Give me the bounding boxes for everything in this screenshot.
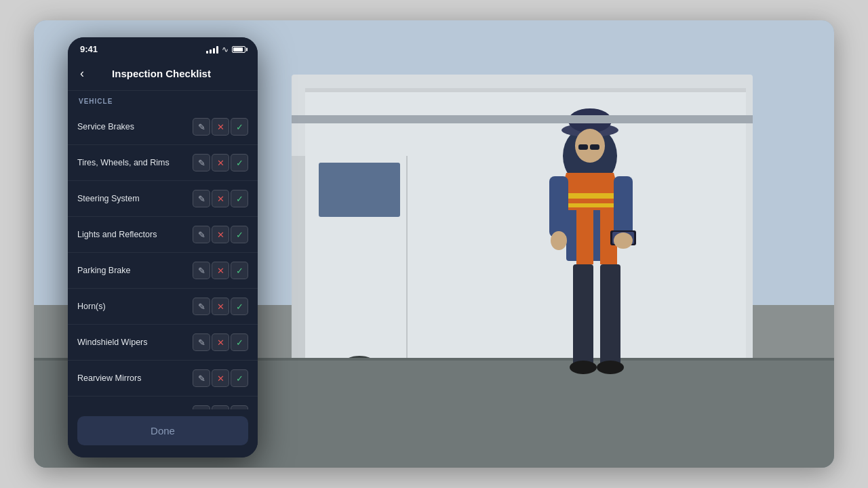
status-time: 9:41 [80,44,98,54]
item-actions: ✎✕✓ [193,118,248,136]
item-label: Steering System [77,194,193,203]
back-button[interactable]: ‹ [77,64,87,83]
approve-button[interactable]: ✓ [231,333,248,351]
done-button[interactable]: Done [77,416,248,445]
svg-rect-5 [305,88,746,92]
signal-icon [206,45,218,54]
item-label: Parking Brake [77,266,193,275]
checklist-item: Lights and Reflectors✎✕✓ [68,217,258,253]
checklist-item: Windshield Wipers✎✕✓ [68,325,258,361]
approve-button[interactable]: ✓ [231,226,248,243]
reject-button[interactable]: ✕ [212,333,229,351]
checklist-item: Rearview Mirrors✎✕✓ [68,361,258,396]
page-title: Inspection Checklist [92,68,231,79]
edit-button[interactable]: ✎ [193,154,210,171]
svg-point-31 [614,232,633,249]
item-actions: ✎✕✓ [193,298,248,315]
approve-button[interactable]: ✓ [231,190,248,207]
reject-button[interactable]: ✕ [212,226,229,243]
svg-rect-22 [576,210,593,264]
approve-button[interactable]: ✓ [231,118,248,136]
checklist-item: Service Brakes✎✕✓ [68,109,258,145]
item-actions: ✎✕✓ [193,190,248,207]
item-label: Horn(s) [77,302,193,311]
svg-rect-18 [578,144,588,150]
app-header: ‹ Inspection Checklist [68,58,258,91]
phone-panel: 9:41 ∿ ‹ Inspection Checklist VEHICLE [68,37,258,458]
edit-button[interactable]: ✎ [193,190,210,207]
item-actions: ✎✕✓ [193,154,248,171]
section-label: VEHICLE [68,91,258,109]
svg-rect-32 [573,264,593,366]
edit-button[interactable]: ✎ [193,226,210,243]
done-button-wrapper: Done [68,409,258,458]
svg-rect-26 [549,176,568,237]
item-label: Rearview Mirrors [77,373,193,383]
svg-rect-33 [600,264,620,366]
outer-frame: 9:41 ∿ ‹ Inspection Checklist VEHICLE [34,20,834,468]
item-label: Tires, Wheels, and Rims [77,158,193,167]
svg-point-35 [597,361,624,374]
approve-button[interactable]: ✓ [231,369,248,387]
item-actions: ✎✕✓ [193,369,248,387]
checklist-item: Steering System✎✕✓ [68,181,258,217]
edit-button[interactable]: ✎ [193,333,210,351]
checklist-item: Tires, Wheels, and Rims✎✕✓ [68,145,258,181]
edit-button[interactable]: ✎ [193,369,210,387]
checklist-item: Parking Brake✎✕✓ [68,253,258,289]
svg-rect-7 [319,163,400,217]
svg-rect-4 [305,88,746,393]
reject-button[interactable]: ✕ [212,154,229,171]
svg-point-30 [551,231,567,250]
svg-point-34 [570,361,597,374]
edit-button[interactable]: ✎ [193,262,210,279]
item-label: Lights and Reflectors [77,230,193,239]
approve-button[interactable]: ✓ [231,262,248,279]
reject-button[interactable]: ✕ [212,118,229,136]
svg-rect-36 [292,115,753,123]
svg-rect-19 [590,144,599,150]
item-actions: ✎✕✓ [193,226,248,243]
item-actions: ✎✕✓ [193,262,248,279]
status-icons: ∿ [206,45,245,54]
reject-button[interactable]: ✕ [212,369,229,387]
approve-button[interactable]: ✓ [231,154,248,171]
svg-rect-27 [614,176,633,237]
reject-button[interactable]: ✕ [212,190,229,207]
edit-button[interactable]: ✎ [193,298,210,315]
item-actions: ✎✕✓ [193,333,248,351]
edit-button[interactable]: ✎ [193,118,210,136]
reject-button[interactable]: ✕ [212,298,229,315]
wifi-icon: ∿ [222,45,229,54]
checklist-item: Horn(s)✎✕✓ [68,289,258,325]
item-label: Windshield Wipers [77,338,193,347]
status-bar: 9:41 ∿ [68,37,258,58]
approve-button[interactable]: ✓ [231,298,248,315]
battery-icon [232,46,245,53]
item-label: Service Brakes [77,122,193,131]
checklist: Service Brakes✎✕✓Tires, Wheels, and Rims… [68,109,258,409]
reject-button[interactable]: ✕ [212,262,229,279]
checklist-item: Coupling Device✎✕✓ [68,396,258,409]
